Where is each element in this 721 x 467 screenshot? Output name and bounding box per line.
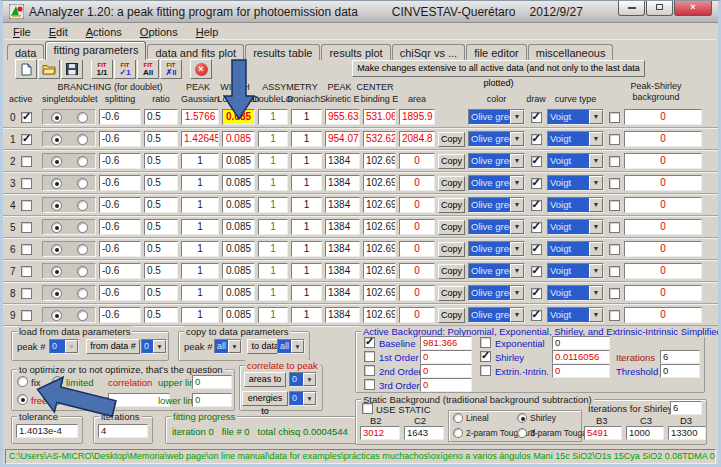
dropdown-arrow-icon[interactable]: ▼ — [589, 242, 603, 256]
maximize-button[interactable] — [646, 1, 673, 16]
active-checkbox[interactable] — [21, 178, 32, 189]
doublelor-input[interactable]: 1 — [258, 219, 288, 235]
dropdown-arrow-icon[interactable]: ▼ — [510, 242, 524, 256]
curve-type-combobox[interactable]: Voigt ▼ — [547, 131, 604, 147]
dropdown-arrow-icon[interactable]: ▼ — [510, 220, 524, 234]
dropdown-arrow-icon[interactable]: ▼ — [589, 286, 603, 300]
gaussian-width-input[interactable]: 1 — [181, 285, 219, 301]
peak-shirley-background-input[interactable]: 0 — [624, 109, 702, 125]
copy-button[interactable]: Copy — [438, 286, 465, 301]
draw-checkbox[interactable] — [531, 288, 542, 299]
area-input[interactable]: 1895.9 — [399, 109, 435, 125]
draw-checkbox[interactable] — [531, 222, 542, 233]
color-combobox[interactable]: Olive green ▼ — [468, 219, 525, 235]
gaussian-width-input[interactable]: 1 — [181, 175, 219, 191]
fix-radio[interactable] — [17, 376, 28, 387]
tab-data-and-fits-plot[interactable]: data and fits plot — [147, 44, 244, 60]
ratio-input[interactable]: 0.5 — [144, 307, 178, 323]
doublelor-input[interactable]: 1 — [258, 197, 288, 213]
peak-shirley-checkbox[interactable] — [609, 112, 620, 123]
singlet-radio[interactable] — [51, 134, 62, 145]
area-input[interactable]: 0 — [399, 197, 435, 213]
peak-shirley-checkbox[interactable] — [609, 178, 620, 189]
peak-shirley-checkbox[interactable] — [609, 134, 620, 145]
copy-button[interactable]: Copy — [438, 132, 465, 147]
peak-shirley-checkbox[interactable] — [609, 200, 620, 211]
from-data-button[interactable]: from data # — [86, 339, 140, 354]
splitting-input[interactable]: -0.6 — [99, 241, 141, 257]
doniachs-input[interactable]: 1 — [291, 109, 322, 125]
ratio-input[interactable]: 0.5 — [144, 197, 178, 213]
energies-to-button[interactable]: energies to — [242, 391, 288, 406]
binding-e-input[interactable]: 102.6999 — [363, 263, 396, 279]
curve-type-combobox[interactable]: Voigt ▼ — [547, 263, 604, 279]
doniachs-input[interactable]: 1 — [291, 307, 322, 323]
area-input[interactable]: 0 — [399, 241, 435, 257]
peak-shirley-background-input[interactable]: 0 — [624, 307, 702, 323]
active-checkbox[interactable] — [21, 134, 32, 145]
splitting-input[interactable]: -0.6 — [99, 285, 141, 301]
curve-type-combobox[interactable]: Voigt ▼ — [547, 197, 604, 213]
tab-chisqr-vs[interactable]: chiSqr vs ... — [392, 44, 465, 60]
areas-to-combobox[interactable]: 0 ▼ — [289, 372, 317, 387]
color-combobox[interactable]: Olive green ▼ — [468, 197, 525, 213]
draw-checkbox[interactable] — [531, 244, 542, 255]
doublelor-input[interactable]: 1 — [258, 241, 288, 257]
copy-button[interactable]: Copy — [438, 242, 465, 257]
second-order-checkbox[interactable] — [364, 365, 375, 376]
doublet-radio[interactable] — [77, 288, 88, 299]
binding-e-input[interactable]: 102.6999 — [363, 285, 396, 301]
doniachs-input[interactable]: 1 — [291, 241, 322, 257]
peak-shirley-background-input[interactable]: 0 — [624, 131, 702, 147]
active-checkbox[interactable] — [21, 310, 32, 321]
doublet-radio[interactable] — [77, 266, 88, 277]
dropdown-arrow-icon[interactable]: ▼ — [510, 308, 524, 322]
tab-data[interactable]: data — [7, 44, 44, 60]
peak-shirley-checkbox[interactable] — [609, 288, 620, 299]
color-combobox[interactable]: Olive green ▼ — [468, 131, 525, 147]
tab-results-table[interactable]: results table — [245, 44, 320, 60]
active-checkbox[interactable] — [21, 266, 32, 277]
doublet-radio[interactable] — [77, 112, 88, 123]
copy-peak-combobox[interactable]: all ▼ — [214, 339, 242, 354]
minimize-button[interactable] — [618, 1, 645, 16]
doniachs-input[interactable]: 1 — [291, 263, 322, 279]
doublet-radio[interactable] — [77, 156, 88, 167]
open-file-button[interactable] — [38, 59, 60, 79]
splitting-input[interactable]: -0.6 — [99, 263, 141, 279]
ratio-input[interactable]: 0.5 — [144, 263, 178, 279]
color-combobox[interactable]: Olive green ▼ — [468, 241, 525, 257]
ratio-input[interactable]: 0.5 — [144, 175, 178, 191]
splitting-input[interactable]: -0.6 — [99, 131, 141, 147]
shirley-input[interactable]: 0.0116056 — [552, 350, 610, 364]
doublelor-input[interactable]: 1 — [258, 153, 288, 169]
dropdown-arrow-icon[interactable]: ▼ — [589, 220, 603, 234]
menu-actions[interactable]: Actions — [86, 26, 122, 38]
singlet-radio[interactable] — [51, 310, 62, 321]
c2-input[interactable]: 1643 — [404, 426, 444, 440]
curve-type-combobox[interactable]: Voigt ▼ — [547, 219, 604, 235]
singlet-radio[interactable] — [51, 156, 62, 167]
first-order-input[interactable]: 0 — [420, 350, 472, 364]
curve-type-combobox[interactable]: Voigt ▼ — [547, 307, 604, 323]
draw-checkbox[interactable] — [531, 112, 542, 123]
singlet-radio[interactable] — [51, 266, 62, 277]
splitting-input[interactable]: -0.6 — [99, 307, 141, 323]
menu-options[interactable]: Options — [140, 26, 178, 38]
dropdown-arrow-icon[interactable]: ▼ — [589, 110, 603, 124]
doublelor-input[interactable]: 1 — [258, 131, 288, 147]
doniachs-input[interactable]: 1 — [291, 219, 322, 235]
extrin-intrin-checkbox[interactable] — [480, 365, 491, 376]
shirley-static-radio[interactable] — [517, 413, 527, 423]
third-order-input[interactable]: 0 — [420, 378, 472, 392]
peak-shirley-background-input[interactable]: 0 — [624, 241, 702, 257]
doniachs-input[interactable]: 1 — [291, 285, 322, 301]
tab-fitting-parameters[interactable]: fitting parameters — [45, 41, 146, 60]
dropdown-arrow-icon[interactable]: ▼ — [510, 198, 524, 212]
copy-button[interactable]: Copy — [438, 154, 465, 169]
area-input[interactable]: 2084.8 — [399, 131, 435, 147]
dropdown-arrow-icon[interactable]: ▼ — [510, 110, 524, 124]
tougaard2-radio[interactable] — [453, 428, 463, 438]
curve-type-combobox[interactable]: Voigt ▼ — [547, 175, 604, 191]
shirley-checkbox[interactable] — [480, 351, 491, 362]
